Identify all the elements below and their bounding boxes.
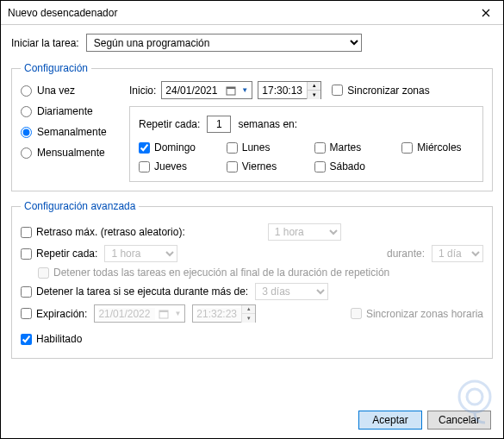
radio-once-label: Una vez — [37, 85, 75, 97]
svg-point-5 — [467, 389, 482, 405]
spin-up-icon[interactable]: ▲ — [308, 82, 320, 91]
recur-after-label: semanas en: — [238, 118, 297, 130]
radio-once[interactable] — [21, 85, 32, 97]
chevron-down-icon[interactable]: ▼ — [172, 310, 183, 317]
frequency-radios: Una vez Diariamente Semanalmente Mensual… — [21, 81, 115, 182]
delay-label: Retraso máx. (retraso aleatorio): — [36, 226, 185, 238]
radio-daily[interactable] — [21, 106, 32, 117]
day-sun-label: Domingo — [154, 141, 204, 154]
ok-button[interactable]: Aceptar — [358, 411, 422, 430]
day-sun-checkbox[interactable] — [139, 142, 150, 154]
expire-time-field[interactable] — [196, 308, 241, 320]
svg-rect-1 — [227, 87, 235, 89]
settings-legend: Configuración — [21, 62, 91, 74]
start-time-field[interactable] — [262, 85, 307, 97]
day-mon-checkbox[interactable] — [227, 142, 238, 154]
calendar-icon — [159, 309, 169, 319]
close-icon — [482, 9, 490, 17]
start-date-field[interactable] — [165, 85, 222, 97]
repeat-duration-select[interactable]: 1 día — [432, 245, 483, 262]
radio-daily-label: Diariamente — [37, 105, 93, 117]
dialog-content: Iniciar la tarea: Según una programación… — [1, 25, 503, 376]
day-fri-checkbox[interactable] — [227, 161, 238, 172]
day-sat-checkbox[interactable] — [314, 161, 326, 172]
expire-sync-checkbox[interactable] — [351, 308, 362, 319]
start-time-picker[interactable]: ▲▼ — [258, 81, 321, 99]
day-wed-label: Miércoles — [417, 141, 467, 154]
settings-group: Configuración Una vez Diariamente Semana… — [11, 62, 493, 191]
spin-down-icon[interactable]: ▼ — [308, 91, 320, 99]
repeat-interval-select[interactable]: 1 hora — [104, 245, 177, 262]
titlebar: Nuevo desencadenador — [1, 1, 503, 25]
repeat-checkbox[interactable] — [21, 248, 32, 260]
start-date-picker[interactable]: ▼ — [161, 81, 252, 99]
close-button[interactable] — [469, 1, 503, 25]
radio-weekly[interactable] — [21, 127, 32, 138]
spin-up-icon[interactable]: ▲ — [242, 305, 255, 314]
radio-monthly-label: Mensualmente — [37, 147, 105, 159]
watermark-icon — [453, 378, 496, 426]
repeat-duration-label: durante: — [387, 248, 425, 260]
enabled-checkbox[interactable] — [21, 334, 32, 345]
stop-if-select[interactable]: 3 días — [255, 283, 328, 300]
days-grid: Domingo Lunes Martes Miércoles Jueves Vi… — [139, 141, 474, 172]
expire-date-picker[interactable]: ▼ — [94, 304, 185, 323]
expire-checkbox[interactable] — [21, 308, 32, 319]
radio-monthly[interactable] — [21, 147, 32, 159]
delay-checkbox[interactable] — [21, 227, 32, 238]
day-thu-label: Jueves — [154, 160, 204, 172]
svg-point-4 — [459, 381, 490, 412]
stop-if-label: Detener la tarea si se ejecuta durante m… — [36, 285, 248, 298]
expire-time-picker[interactable]: ▲▼ — [192, 304, 256, 323]
sync-zones-label: Sincronizar zonas — [347, 85, 429, 97]
weekly-panel: Repetir cada: semanas en: Domingo Lunes … — [129, 106, 483, 182]
delay-select[interactable]: 1 hora — [268, 223, 341, 241]
repeat-label: Repetir cada: — [36, 248, 97, 260]
begin-task-label: Iniciar la tarea: — [11, 37, 79, 49]
stop-end-checkbox[interactable] — [38, 267, 49, 279]
begin-task-row: Iniciar la tarea: Según una programación — [11, 34, 493, 52]
time-spinner[interactable]: ▲▼ — [307, 82, 320, 99]
day-mon-label: Lunes — [242, 141, 292, 154]
window-title: Nuevo desencadenador — [8, 7, 117, 19]
day-thu-checkbox[interactable] — [139, 161, 150, 172]
advanced-group: Configuración avanzada Retraso máx. (ret… — [11, 200, 493, 359]
recur-weeks-input[interactable] — [207, 116, 231, 133]
dialog-window: Nuevo desencadenador Iniciar la tarea: S… — [0, 0, 504, 439]
radio-weekly-label: Semanalmente — [37, 126, 107, 138]
day-tue-checkbox[interactable] — [314, 142, 326, 154]
stop-if-checkbox[interactable] — [21, 286, 32, 298]
day-fri-label: Viernes — [242, 160, 292, 172]
chevron-down-icon[interactable]: ▼ — [240, 86, 250, 94]
start-row: Inicio: ▼ ▲▼ Sincronizar zonas — [129, 81, 483, 99]
stop-end-label: Detener todas las tareas en ejecución al… — [53, 267, 389, 279]
calendar-icon — [226, 85, 236, 96]
start-label: Inicio: — [129, 85, 156, 97]
enabled-label: Habilitado — [36, 333, 82, 345]
day-sat-label: Sábado — [330, 160, 380, 172]
time-spinner[interactable]: ▲▼ — [241, 305, 255, 323]
expire-sync-label: Sincronizar zonas horaria — [366, 308, 483, 320]
advanced-legend: Configuración avanzada — [21, 200, 139, 212]
day-wed-checkbox[interactable] — [401, 142, 413, 154]
svg-rect-3 — [159, 310, 168, 312]
recur-before-label: Repetir cada: — [139, 118, 200, 130]
expire-label: Expiración: — [36, 308, 87, 320]
begin-task-select[interactable]: Según una programación — [86, 34, 362, 52]
spin-down-icon[interactable]: ▼ — [242, 314, 255, 323]
day-tue-label: Martes — [330, 141, 380, 154]
sync-zones-checkbox[interactable] — [332, 85, 343, 96]
expire-date-field[interactable] — [98, 308, 155, 320]
